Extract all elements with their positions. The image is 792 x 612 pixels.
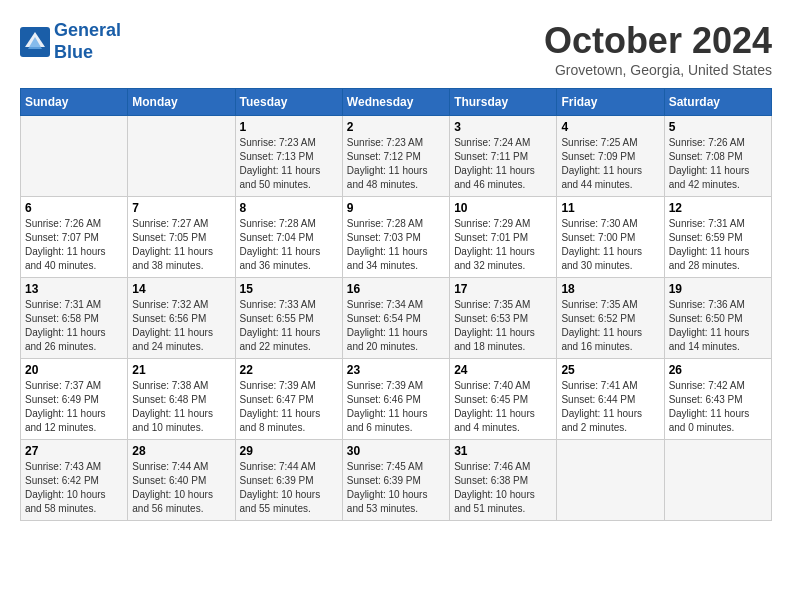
day-number: 26 xyxy=(669,363,767,377)
calendar-cell: 12Sunrise: 7:31 AMSunset: 6:59 PMDayligh… xyxy=(664,197,771,278)
day-number: 22 xyxy=(240,363,338,377)
day-info: Sunrise: 7:28 AMSunset: 7:04 PMDaylight:… xyxy=(240,217,338,273)
day-number: 14 xyxy=(132,282,230,296)
day-info: Sunrise: 7:45 AMSunset: 6:39 PMDaylight:… xyxy=(347,460,445,516)
weekday-header-thursday: Thursday xyxy=(450,89,557,116)
logo-line2: Blue xyxy=(54,42,93,62)
day-info: Sunrise: 7:29 AMSunset: 7:01 PMDaylight:… xyxy=(454,217,552,273)
day-info: Sunrise: 7:35 AMSunset: 6:52 PMDaylight:… xyxy=(561,298,659,354)
calendar-table: SundayMondayTuesdayWednesdayThursdayFrid… xyxy=(20,88,772,521)
calendar-cell: 18Sunrise: 7:35 AMSunset: 6:52 PMDayligh… xyxy=(557,278,664,359)
calendar-cell: 21Sunrise: 7:38 AMSunset: 6:48 PMDayligh… xyxy=(128,359,235,440)
weekday-header-row: SundayMondayTuesdayWednesdayThursdayFrid… xyxy=(21,89,772,116)
logo-text: General Blue xyxy=(54,20,121,63)
calendar-cell: 26Sunrise: 7:42 AMSunset: 6:43 PMDayligh… xyxy=(664,359,771,440)
calendar-cell: 27Sunrise: 7:43 AMSunset: 6:42 PMDayligh… xyxy=(21,440,128,521)
day-info: Sunrise: 7:32 AMSunset: 6:56 PMDaylight:… xyxy=(132,298,230,354)
day-number: 7 xyxy=(132,201,230,215)
day-number: 25 xyxy=(561,363,659,377)
day-info: Sunrise: 7:36 AMSunset: 6:50 PMDaylight:… xyxy=(669,298,767,354)
day-number: 4 xyxy=(561,120,659,134)
logo-icon xyxy=(20,27,50,57)
calendar-cell: 24Sunrise: 7:40 AMSunset: 6:45 PMDayligh… xyxy=(450,359,557,440)
calendar-week-5: 27Sunrise: 7:43 AMSunset: 6:42 PMDayligh… xyxy=(21,440,772,521)
calendar-cell: 8Sunrise: 7:28 AMSunset: 7:04 PMDaylight… xyxy=(235,197,342,278)
calendar-cell: 11Sunrise: 7:30 AMSunset: 7:00 PMDayligh… xyxy=(557,197,664,278)
day-info: Sunrise: 7:23 AMSunset: 7:12 PMDaylight:… xyxy=(347,136,445,192)
day-number: 8 xyxy=(240,201,338,215)
day-info: Sunrise: 7:34 AMSunset: 6:54 PMDaylight:… xyxy=(347,298,445,354)
page-header: General Blue October 2024 Grovetown, Geo… xyxy=(20,20,772,78)
day-number: 31 xyxy=(454,444,552,458)
day-info: Sunrise: 7:30 AMSunset: 7:00 PMDaylight:… xyxy=(561,217,659,273)
day-number: 24 xyxy=(454,363,552,377)
day-number: 23 xyxy=(347,363,445,377)
day-info: Sunrise: 7:42 AMSunset: 6:43 PMDaylight:… xyxy=(669,379,767,435)
calendar-cell: 9Sunrise: 7:28 AMSunset: 7:03 PMDaylight… xyxy=(342,197,449,278)
calendar-cell: 31Sunrise: 7:46 AMSunset: 6:38 PMDayligh… xyxy=(450,440,557,521)
day-info: Sunrise: 7:39 AMSunset: 6:46 PMDaylight:… xyxy=(347,379,445,435)
day-info: Sunrise: 7:37 AMSunset: 6:49 PMDaylight:… xyxy=(25,379,123,435)
calendar-cell: 20Sunrise: 7:37 AMSunset: 6:49 PMDayligh… xyxy=(21,359,128,440)
weekday-header-tuesday: Tuesday xyxy=(235,89,342,116)
day-info: Sunrise: 7:28 AMSunset: 7:03 PMDaylight:… xyxy=(347,217,445,273)
day-number: 5 xyxy=(669,120,767,134)
weekday-header-friday: Friday xyxy=(557,89,664,116)
day-number: 21 xyxy=(132,363,230,377)
calendar-week-1: 1Sunrise: 7:23 AMSunset: 7:13 PMDaylight… xyxy=(21,116,772,197)
day-info: Sunrise: 7:39 AMSunset: 6:47 PMDaylight:… xyxy=(240,379,338,435)
calendar-cell xyxy=(128,116,235,197)
day-number: 13 xyxy=(25,282,123,296)
day-number: 27 xyxy=(25,444,123,458)
weekday-header-monday: Monday xyxy=(128,89,235,116)
day-number: 28 xyxy=(132,444,230,458)
calendar-week-2: 6Sunrise: 7:26 AMSunset: 7:07 PMDaylight… xyxy=(21,197,772,278)
day-info: Sunrise: 7:27 AMSunset: 7:05 PMDaylight:… xyxy=(132,217,230,273)
day-number: 12 xyxy=(669,201,767,215)
weekday-header-wednesday: Wednesday xyxy=(342,89,449,116)
day-number: 16 xyxy=(347,282,445,296)
calendar-cell: 16Sunrise: 7:34 AMSunset: 6:54 PMDayligh… xyxy=(342,278,449,359)
calendar-cell: 13Sunrise: 7:31 AMSunset: 6:58 PMDayligh… xyxy=(21,278,128,359)
day-info: Sunrise: 7:44 AMSunset: 6:39 PMDaylight:… xyxy=(240,460,338,516)
day-number: 9 xyxy=(347,201,445,215)
day-number: 6 xyxy=(25,201,123,215)
calendar-cell: 30Sunrise: 7:45 AMSunset: 6:39 PMDayligh… xyxy=(342,440,449,521)
day-info: Sunrise: 7:23 AMSunset: 7:13 PMDaylight:… xyxy=(240,136,338,192)
day-info: Sunrise: 7:33 AMSunset: 6:55 PMDaylight:… xyxy=(240,298,338,354)
calendar-cell xyxy=(664,440,771,521)
day-number: 18 xyxy=(561,282,659,296)
day-info: Sunrise: 7:43 AMSunset: 6:42 PMDaylight:… xyxy=(25,460,123,516)
calendar-cell: 23Sunrise: 7:39 AMSunset: 6:46 PMDayligh… xyxy=(342,359,449,440)
day-info: Sunrise: 7:31 AMSunset: 6:58 PMDaylight:… xyxy=(25,298,123,354)
day-number: 17 xyxy=(454,282,552,296)
calendar-cell xyxy=(21,116,128,197)
day-info: Sunrise: 7:31 AMSunset: 6:59 PMDaylight:… xyxy=(669,217,767,273)
day-info: Sunrise: 7:26 AMSunset: 7:07 PMDaylight:… xyxy=(25,217,123,273)
day-number: 19 xyxy=(669,282,767,296)
calendar-cell: 3Sunrise: 7:24 AMSunset: 7:11 PMDaylight… xyxy=(450,116,557,197)
calendar-cell: 2Sunrise: 7:23 AMSunset: 7:12 PMDaylight… xyxy=(342,116,449,197)
logo: General Blue xyxy=(20,20,121,63)
day-number: 2 xyxy=(347,120,445,134)
day-number: 20 xyxy=(25,363,123,377)
title-block: October 2024 Grovetown, Georgia, United … xyxy=(544,20,772,78)
day-info: Sunrise: 7:24 AMSunset: 7:11 PMDaylight:… xyxy=(454,136,552,192)
calendar-cell: 6Sunrise: 7:26 AMSunset: 7:07 PMDaylight… xyxy=(21,197,128,278)
day-info: Sunrise: 7:35 AMSunset: 6:53 PMDaylight:… xyxy=(454,298,552,354)
calendar-cell: 25Sunrise: 7:41 AMSunset: 6:44 PMDayligh… xyxy=(557,359,664,440)
day-number: 1 xyxy=(240,120,338,134)
calendar-cell: 4Sunrise: 7:25 AMSunset: 7:09 PMDaylight… xyxy=(557,116,664,197)
calendar-cell: 14Sunrise: 7:32 AMSunset: 6:56 PMDayligh… xyxy=(128,278,235,359)
day-info: Sunrise: 7:44 AMSunset: 6:40 PMDaylight:… xyxy=(132,460,230,516)
day-number: 3 xyxy=(454,120,552,134)
calendar-week-3: 13Sunrise: 7:31 AMSunset: 6:58 PMDayligh… xyxy=(21,278,772,359)
day-number: 10 xyxy=(454,201,552,215)
location: Grovetown, Georgia, United States xyxy=(544,62,772,78)
calendar-cell: 15Sunrise: 7:33 AMSunset: 6:55 PMDayligh… xyxy=(235,278,342,359)
calendar-cell: 10Sunrise: 7:29 AMSunset: 7:01 PMDayligh… xyxy=(450,197,557,278)
day-info: Sunrise: 7:40 AMSunset: 6:45 PMDaylight:… xyxy=(454,379,552,435)
calendar-cell: 17Sunrise: 7:35 AMSunset: 6:53 PMDayligh… xyxy=(450,278,557,359)
day-number: 30 xyxy=(347,444,445,458)
calendar-cell: 5Sunrise: 7:26 AMSunset: 7:08 PMDaylight… xyxy=(664,116,771,197)
